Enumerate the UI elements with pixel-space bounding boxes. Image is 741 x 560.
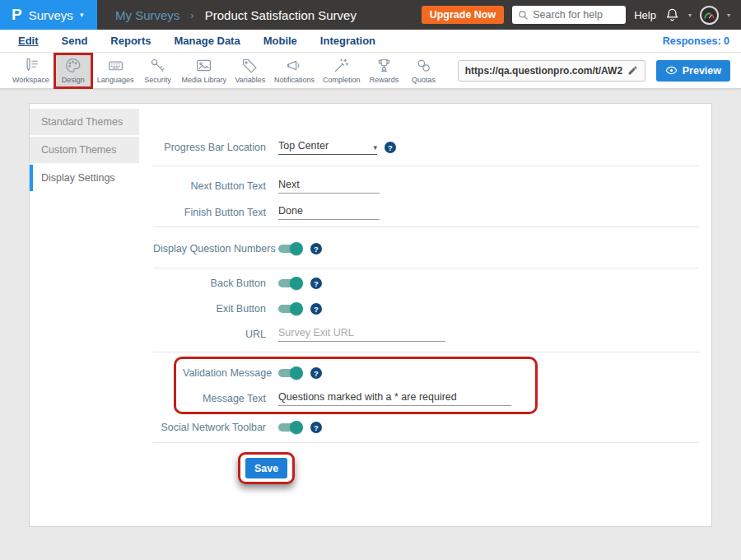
help-icon[interactable]: ? bbox=[310, 422, 322, 433]
back-button-toggle[interactable] bbox=[278, 277, 303, 290]
sidebar-item-custom-themes[interactable]: Custom Themes bbox=[30, 137, 139, 163]
toolbar-tools: Workspace Design Languages Security Medi… bbox=[8, 53, 444, 88]
tool-notifications[interactable]: Notifications bbox=[270, 53, 319, 88]
help-icon[interactable]: ? bbox=[310, 303, 322, 315]
tool-security[interactable]: Security bbox=[137, 53, 177, 88]
chevron-down-icon[interactable]: ▾ bbox=[727, 12, 730, 19]
workspace-icon bbox=[22, 57, 40, 74]
section-divider bbox=[153, 166, 699, 166]
tool-rewards[interactable]: Rewards bbox=[365, 53, 404, 88]
validation-message-toggle[interactable] bbox=[278, 366, 303, 380]
settings-form: Progress Bar Location Top Center ▾ ? Nex… bbox=[139, 104, 711, 526]
url-preview-area: https://qa.questionpro.com/t/AW22Zcq2J P… bbox=[458, 60, 730, 82]
breadcrumb-my-surveys[interactable]: My Surveys bbox=[115, 8, 179, 22]
validation-message-row: Validation Message ? bbox=[183, 366, 529, 380]
nav-tab-integration[interactable]: Integration bbox=[320, 35, 375, 47]
header-actions: Upgrade Now Help ▾ ▾ bbox=[422, 6, 741, 25]
help-icon[interactable]: ? bbox=[310, 367, 322, 379]
social-network-toolbar-label: Social Network Toolbar bbox=[153, 422, 266, 433]
validation-annotation-box: Validation Message ? Message Text bbox=[174, 357, 538, 414]
exit-button-toggle[interactable] bbox=[278, 302, 303, 315]
user-avatar[interactable] bbox=[700, 6, 719, 25]
nav-tab-reports[interactable]: Reports bbox=[110, 35, 151, 47]
tool-completion[interactable]: Completion bbox=[319, 53, 365, 88]
exit-url-label: URL bbox=[153, 329, 266, 340]
notifications-megaphone-icon bbox=[286, 57, 303, 74]
survey-url-box[interactable]: https://qa.questionpro.com/t/AW22Zcq2J bbox=[458, 60, 645, 82]
quotas-links-icon bbox=[415, 57, 432, 74]
search-icon bbox=[518, 10, 529, 21]
media-library-image-icon bbox=[195, 57, 212, 74]
tool-variables[interactable]: Variables bbox=[231, 53, 270, 88]
exit-url-input[interactable] bbox=[278, 327, 445, 342]
back-button-row: Back Button ? bbox=[153, 277, 699, 290]
brand-surveys-menu[interactable]: P Surveys ▾ bbox=[0, 0, 97, 30]
section-divider bbox=[153, 226, 699, 227]
save-annotation-box: Save bbox=[238, 452, 295, 484]
variables-tag-icon bbox=[241, 57, 259, 74]
exit-button-label: Exit Button bbox=[153, 303, 266, 315]
section-divider bbox=[153, 268, 699, 268]
help-link[interactable]: Help bbox=[634, 9, 656, 21]
languages-keyboard-icon bbox=[107, 57, 124, 74]
page-background: Standard Themes Custom Themes Display Se… bbox=[0, 89, 741, 560]
themes-sidebar: Standard Themes Custom Themes Display Se… bbox=[30, 104, 139, 526]
help-search-box[interactable] bbox=[512, 6, 626, 24]
upgrade-now-button[interactable]: Upgrade Now bbox=[422, 6, 505, 24]
message-text-row: Message Text bbox=[183, 391, 529, 406]
exit-button-row: Exit Button ? bbox=[153, 302, 699, 315]
breadcrumb-separator: › bbox=[190, 9, 193, 21]
display-question-numbers-row: Display Question Numbers ? bbox=[153, 242, 699, 255]
sidebar-item-display-settings[interactable]: Display Settings bbox=[30, 165, 139, 191]
nav-tab-manage-data[interactable]: Manage Data bbox=[174, 35, 240, 47]
questionpro-logo: P bbox=[12, 6, 22, 24]
page-title: Product Satisfaction Survey bbox=[205, 8, 357, 22]
tool-media-library[interactable]: Media Library bbox=[177, 53, 231, 88]
finish-button-text-row: Finish Button Text bbox=[153, 205, 699, 220]
product-menu-label: Surveys bbox=[29, 8, 73, 22]
help-icon[interactable]: ? bbox=[384, 142, 396, 153]
design-toolbar: Workspace Design Languages Security Medi… bbox=[0, 53, 741, 89]
nav-tab-mobile[interactable]: Mobile bbox=[263, 35, 297, 47]
display-question-numbers-toggle[interactable] bbox=[278, 242, 303, 255]
progress-bar-location-row: Progress Bar Location Top Center ▾ ? bbox=[153, 140, 699, 155]
tool-design[interactable]: Design bbox=[54, 53, 93, 89]
nav-tab-send[interactable]: Send bbox=[62, 35, 88, 47]
design-palette-icon bbox=[64, 57, 82, 74]
tool-quotas[interactable]: Quotas bbox=[404, 53, 444, 88]
nav-tab-edit[interactable]: Edit bbox=[18, 35, 39, 47]
display-settings-card: Standard Themes Custom Themes Display Se… bbox=[29, 103, 712, 527]
chevron-down-icon: ▾ bbox=[373, 143, 377, 152]
eye-icon bbox=[665, 64, 678, 77]
breadcrumb: My Surveys › Product Satisfaction Survey bbox=[115, 8, 357, 22]
sidebar-item-standard-themes[interactable]: Standard Themes bbox=[30, 109, 139, 135]
progress-bar-location-select[interactable]: Top Center ▾ bbox=[278, 140, 377, 155]
preview-button[interactable]: Preview bbox=[656, 60, 730, 82]
security-key-icon bbox=[149, 57, 166, 74]
section-divider bbox=[153, 442, 699, 443]
next-button-text-row: Next Button Text bbox=[153, 179, 699, 194]
social-network-toolbar-toggle[interactable] bbox=[278, 421, 303, 434]
tool-workspace[interactable]: Workspace bbox=[8, 53, 54, 88]
next-button-text-input[interactable] bbox=[278, 179, 380, 194]
chevron-down-icon[interactable]: ▾ bbox=[688, 12, 692, 19]
top-header: P Surveys ▾ My Surveys › Product Satisfa… bbox=[0, 0, 741, 30]
rewards-trophy-icon bbox=[375, 57, 393, 74]
display-question-numbers-label: Display Question Numbers bbox=[153, 243, 266, 254]
validation-message-label: Validation Message bbox=[183, 367, 266, 379]
responses-count[interactable]: Responses: 0 bbox=[663, 35, 729, 47]
notifications-bell-icon[interactable] bbox=[664, 7, 680, 23]
save-button[interactable]: Save bbox=[245, 458, 287, 478]
edit-pencil-icon[interactable] bbox=[627, 65, 638, 76]
finish-button-text-input[interactable] bbox=[278, 205, 380, 220]
next-button-text-label: Next Button Text bbox=[153, 180, 266, 192]
message-text-label: Message Text bbox=[183, 393, 266, 404]
completion-wand-icon bbox=[333, 57, 350, 74]
search-input[interactable] bbox=[533, 9, 620, 21]
finish-button-text-label: Finish Button Text bbox=[153, 207, 266, 218]
help-icon[interactable]: ? bbox=[310, 278, 322, 289]
section-divider bbox=[153, 352, 699, 352]
tool-languages[interactable]: Languages bbox=[93, 53, 138, 88]
message-text-input[interactable] bbox=[278, 391, 511, 406]
help-icon[interactable]: ? bbox=[310, 243, 322, 254]
